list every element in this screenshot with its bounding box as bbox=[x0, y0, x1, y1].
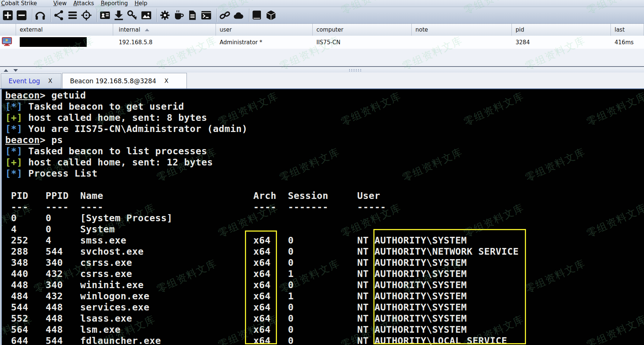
cell-note bbox=[412, 36, 512, 49]
cell-pid: 3284 bbox=[512, 36, 611, 49]
id-card-icon[interactable] bbox=[99, 10, 111, 21]
console-left-border bbox=[0, 89, 2, 345]
cell-external bbox=[16, 36, 113, 49]
toolbar-separator bbox=[157, 9, 157, 22]
menu-item-attacks[interactable]: Attacks bbox=[73, 0, 94, 7]
gear-icon[interactable] bbox=[159, 10, 170, 21]
sessions-table-row[interactable]: 192.168.5.8Administrator *IIS75-CN328441… bbox=[0, 36, 644, 49]
splitter-grip-icon[interactable] bbox=[348, 69, 362, 72]
toolbar-separator bbox=[97, 9, 97, 22]
toolbar-separator bbox=[249, 9, 249, 22]
cube-icon[interactable] bbox=[265, 10, 277, 21]
column-header-icon bbox=[0, 24, 16, 36]
list-icon[interactable] bbox=[67, 10, 78, 21]
book-icon[interactable] bbox=[252, 10, 263, 21]
cell-last: 416ms bbox=[611, 36, 644, 49]
tab-beacon-close-icon[interactable]: X bbox=[164, 77, 168, 84]
menu-item-help[interactable]: Help bbox=[135, 0, 147, 7]
cell-user: Administrator * bbox=[216, 36, 313, 49]
column-header-computer[interactable]: computer bbox=[313, 24, 412, 36]
plus-icon[interactable] bbox=[2, 10, 13, 21]
crosshair-icon[interactable] bbox=[81, 10, 92, 21]
share-graph-icon[interactable] bbox=[53, 10, 64, 21]
menu-bar: Cobalt StrikeViewAttacksReportingHelp bbox=[0, 0, 644, 7]
tab-event-log-label: Event Log bbox=[9, 77, 40, 85]
highlight-box-user-column bbox=[373, 229, 526, 344]
tab-strip: Event Log X Beacon 192.168.5.8@3284 X bbox=[0, 72, 644, 88]
splitter-bar[interactable] bbox=[0, 66, 644, 72]
cell-computer: IIS75-CN bbox=[313, 36, 412, 49]
toolbar-separator bbox=[217, 9, 217, 22]
menu-item-reporting[interactable]: Reporting bbox=[101, 0, 128, 7]
image-icon[interactable] bbox=[141, 10, 152, 21]
column-header-internal[interactable]: internal bbox=[113, 24, 216, 36]
menu-item-view[interactable]: View bbox=[53, 0, 67, 7]
coffee-icon[interactable] bbox=[173, 10, 184, 21]
download-icon[interactable] bbox=[113, 10, 124, 21]
column-header-note[interactable]: note bbox=[412, 24, 512, 36]
document-icon[interactable] bbox=[187, 10, 198, 21]
splitter-collapse-down-icon[interactable] bbox=[13, 69, 18, 72]
sessions-table-empty-area bbox=[0, 49, 644, 66]
tab-beacon-session[interactable]: Beacon 192.168.5.8@3284 X bbox=[62, 73, 187, 88]
beacon-host-icon bbox=[2, 37, 12, 48]
terminal-icon[interactable] bbox=[201, 10, 212, 21]
key-icon[interactable] bbox=[127, 10, 138, 21]
tab-beacon-label: Beacon 192.168.5.8@3284 bbox=[70, 77, 156, 85]
cloud-icon[interactable] bbox=[233, 10, 244, 21]
toolbar-separator bbox=[32, 9, 32, 22]
toolbar bbox=[0, 7, 644, 24]
splitter-collapse-up-icon[interactable] bbox=[4, 69, 8, 72]
column-header-pid[interactable]: pid bbox=[512, 24, 611, 36]
column-header-external[interactable]: external bbox=[16, 24, 113, 36]
column-header-last[interactable]: last bbox=[611, 24, 644, 36]
tab-event-log[interactable]: Event Log X bbox=[1, 73, 61, 88]
highlight-box-arch-column bbox=[245, 230, 277, 344]
column-header-user[interactable]: user bbox=[216, 24, 313, 36]
cell-internal: 192.168.5.8 bbox=[113, 36, 216, 49]
tab-event-log-close-icon[interactable]: X bbox=[48, 77, 52, 84]
minus-icon[interactable] bbox=[16, 10, 27, 21]
sort-ascending-icon bbox=[145, 29, 149, 31]
menu-item-cobalt-strike[interactable]: Cobalt Strike bbox=[1, 0, 37, 7]
link-icon[interactable] bbox=[219, 10, 230, 21]
headphones-icon[interactable] bbox=[35, 10, 46, 21]
toolbar-separator bbox=[51, 9, 51, 22]
sessions-table-header: externalinternalusercomputernotepidlast bbox=[0, 24, 644, 36]
